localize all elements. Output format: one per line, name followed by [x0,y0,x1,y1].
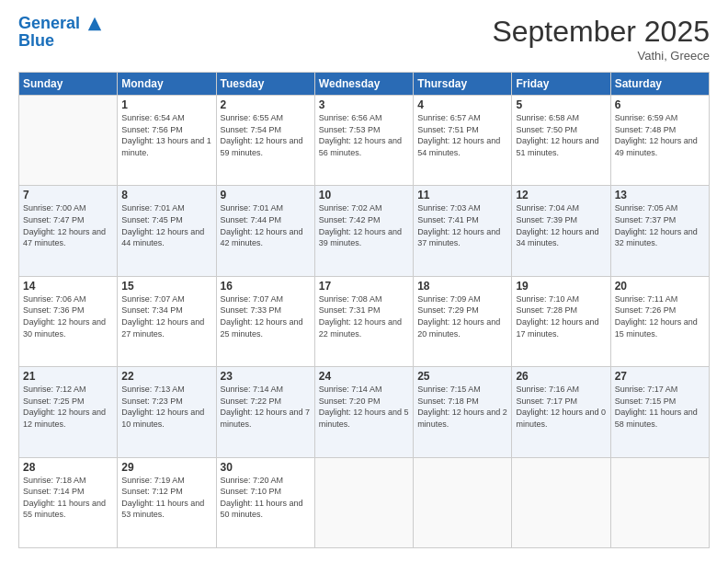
week-row-4: 21Sunrise: 7:12 AMSunset: 7:25 PMDayligh… [19,367,710,457]
header: General Blue September 2025 Vathi, Greec… [18,15,710,63]
day-info: Sunrise: 7:14 AMSunset: 7:20 PMDaylight:… [319,384,409,430]
day-number: 11 [417,189,507,201]
week-row-5: 28Sunrise: 7:18 AMSunset: 7:14 PMDayligh… [19,457,710,547]
cell-w3-d2: 15Sunrise: 7:07 AMSunset: 7:34 PMDayligh… [118,276,216,366]
day-number: 25 [417,370,507,383]
col-thursday: Thursday [414,73,512,96]
cell-w4-d7: 27Sunrise: 7:17 AMSunset: 7:15 PMDayligh… [610,367,709,457]
col-sunday: Sunday [19,73,118,96]
cell-w4-d2: 22Sunrise: 7:13 AMSunset: 7:23 PMDayligh… [118,367,216,457]
day-info: Sunrise: 7:11 AMSunset: 7:26 PMDaylight:… [615,293,705,339]
day-info: Sunrise: 7:03 AMSunset: 7:41 PMDaylight:… [417,202,507,248]
cell-w1-d4: 3Sunrise: 6:56 AMSunset: 7:53 PMDaylight… [314,96,413,186]
day-info: Sunrise: 7:08 AMSunset: 7:31 PMDaylight:… [319,293,409,339]
cell-w3-d6: 19Sunrise: 7:10 AMSunset: 7:28 PMDayligh… [512,276,610,366]
day-info: Sunrise: 7:15 AMSunset: 7:18 PMDaylight:… [417,384,507,430]
cell-w2-d5: 11Sunrise: 7:03 AMSunset: 7:41 PMDayligh… [414,186,512,276]
day-number: 27 [615,370,705,383]
day-number: 7 [23,189,113,201]
cell-w5-d4 [314,457,413,547]
day-number: 14 [23,280,113,293]
month-title: September 2025 [492,15,710,49]
location: Vathi, Greece [492,49,710,63]
col-tuesday: Tuesday [216,73,314,96]
logo-text: General [18,15,103,33]
day-info: Sunrise: 7:06 AMSunset: 7:36 PMDaylight:… [23,293,113,339]
day-info: Sunrise: 7:20 AMSunset: 7:10 PMDaylight:… [221,475,311,521]
day-info: Sunrise: 7:01 AMSunset: 7:45 PMDaylight:… [121,202,211,248]
day-info: Sunrise: 6:59 AMSunset: 7:48 PMDaylight:… [615,112,705,158]
day-number: 5 [516,98,606,111]
week-row-1: 1Sunrise: 6:54 AMSunset: 7:56 PMDaylight… [19,96,710,186]
day-info: Sunrise: 6:58 AMSunset: 7:50 PMDaylight:… [516,112,606,158]
col-monday: Monday [118,73,216,96]
day-info: Sunrise: 7:18 AMSunset: 7:14 PMDaylight:… [23,475,113,521]
day-info: Sunrise: 7:10 AMSunset: 7:28 PMDaylight:… [516,293,606,339]
day-number: 22 [121,370,211,383]
day-number: 17 [319,280,409,293]
day-info: Sunrise: 7:19 AMSunset: 7:12 PMDaylight:… [121,475,211,521]
cell-w5-d1: 28Sunrise: 7:18 AMSunset: 7:14 PMDayligh… [19,457,118,547]
day-number: 24 [319,370,409,383]
cell-w4-d5: 25Sunrise: 7:15 AMSunset: 7:18 PMDayligh… [414,367,512,457]
logo-blue: Blue [18,31,103,51]
day-number: 1 [121,98,211,111]
calendar-header-row: Sunday Monday Tuesday Wednesday Thursday… [19,73,710,96]
cell-w5-d3: 30Sunrise: 7:20 AMSunset: 7:10 PMDayligh… [216,457,314,547]
day-info: Sunrise: 7:01 AMSunset: 7:44 PMDaylight:… [221,202,311,248]
day-number: 15 [121,280,211,293]
day-info: Sunrise: 7:00 AMSunset: 7:47 PMDaylight:… [23,202,113,248]
day-info: Sunrise: 6:56 AMSunset: 7:53 PMDaylight:… [319,112,409,158]
cell-w2-d4: 10Sunrise: 7:02 AMSunset: 7:42 PMDayligh… [314,186,413,276]
day-number: 30 [221,461,311,474]
day-info: Sunrise: 7:04 AMSunset: 7:39 PMDaylight:… [516,202,606,248]
day-info: Sunrise: 6:55 AMSunset: 7:54 PMDaylight:… [221,112,311,158]
day-number: 4 [417,98,507,111]
cell-w5-d7 [610,457,709,547]
logo-icon [86,16,103,32]
cell-w2-d6: 12Sunrise: 7:04 AMSunset: 7:39 PMDayligh… [512,186,610,276]
day-number: 6 [615,98,705,111]
cell-w1-d1 [19,96,118,186]
day-number: 18 [417,280,507,293]
cell-w1-d3: 2Sunrise: 6:55 AMSunset: 7:54 PMDaylight… [216,96,314,186]
cell-w5-d6 [512,457,610,547]
day-number: 29 [121,461,211,474]
cell-w4-d6: 26Sunrise: 7:16 AMSunset: 7:17 PMDayligh… [512,367,610,457]
day-number: 19 [516,280,606,293]
cell-w1-d2: 1Sunrise: 6:54 AMSunset: 7:56 PMDaylight… [118,96,216,186]
day-info: Sunrise: 7:12 AMSunset: 7:25 PMDaylight:… [23,384,113,430]
day-number: 16 [221,280,311,293]
col-saturday: Saturday [610,73,709,96]
day-info: Sunrise: 7:13 AMSunset: 7:23 PMDaylight:… [121,384,211,430]
day-info: Sunrise: 7:17 AMSunset: 7:15 PMDaylight:… [615,384,705,430]
day-number: 20 [615,280,705,293]
day-info: Sunrise: 7:14 AMSunset: 7:22 PMDaylight:… [221,384,311,430]
cell-w4-d4: 24Sunrise: 7:14 AMSunset: 7:20 PMDayligh… [314,367,413,457]
cell-w2-d7: 13Sunrise: 7:05 AMSunset: 7:37 PMDayligh… [610,186,709,276]
logo: General Blue [18,15,103,51]
cell-w3-d4: 17Sunrise: 7:08 AMSunset: 7:31 PMDayligh… [314,276,413,366]
cell-w2-d2: 8Sunrise: 7:01 AMSunset: 7:45 PMDaylight… [118,186,216,276]
cell-w5-d5 [414,457,512,547]
cell-w4-d3: 23Sunrise: 7:14 AMSunset: 7:22 PMDayligh… [216,367,314,457]
cell-w1-d7: 6Sunrise: 6:59 AMSunset: 7:48 PMDaylight… [610,96,709,186]
day-number: 9 [221,189,311,201]
cell-w2-d3: 9Sunrise: 7:01 AMSunset: 7:44 PMDaylight… [216,186,314,276]
title-block: September 2025 Vathi, Greece [492,15,710,63]
day-number: 10 [319,189,409,201]
day-info: Sunrise: 7:02 AMSunset: 7:42 PMDaylight:… [319,202,409,248]
day-number: 3 [319,98,409,111]
week-row-3: 14Sunrise: 7:06 AMSunset: 7:36 PMDayligh… [19,276,710,366]
cell-w2-d1: 7Sunrise: 7:00 AMSunset: 7:47 PMDaylight… [19,186,118,276]
cell-w1-d6: 5Sunrise: 6:58 AMSunset: 7:50 PMDaylight… [512,96,610,186]
day-number: 28 [23,461,113,474]
col-friday: Friday [512,73,610,96]
day-info: Sunrise: 6:54 AMSunset: 7:56 PMDaylight:… [121,112,211,158]
day-number: 12 [516,189,606,201]
day-number: 26 [516,370,606,383]
day-number: 21 [23,370,113,383]
cell-w3-d5: 18Sunrise: 7:09 AMSunset: 7:29 PMDayligh… [414,276,512,366]
cell-w3-d1: 14Sunrise: 7:06 AMSunset: 7:36 PMDayligh… [19,276,118,366]
day-info: Sunrise: 7:16 AMSunset: 7:17 PMDaylight:… [516,384,606,430]
